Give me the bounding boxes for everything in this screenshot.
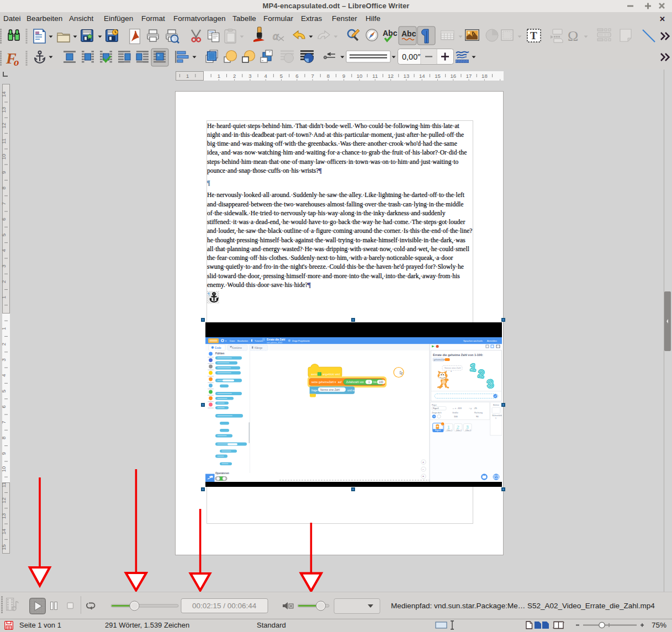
svg-text:▾: ▾	[451, 370, 452, 373]
svg-text:16: 16	[451, 73, 457, 79]
svg-text:Fühlen: Fühlen	[215, 352, 224, 355]
svg-text:7: 7	[311, 73, 314, 79]
svg-text:auf: auf	[338, 381, 342, 384]
svg-text:1: 1	[1, 296, 7, 299]
svg-text:Figur1: Figur1	[435, 429, 441, 432]
svg-text:α: α	[273, 30, 279, 42]
svg-text:1: 1	[495, 417, 496, 419]
svg-text:5: 5	[1, 390, 7, 392]
svg-text:00:02:15 / 00:06:44: 00:02:15 / 00:06:44	[192, 602, 257, 610]
svg-text:Bearbeiten: Bearbeiten	[237, 339, 248, 342]
svg-text:¶: ¶	[208, 291, 210, 297]
svg-text:1: 1	[1, 327, 7, 330]
svg-text:Sprachen wechseln: Sprachen wechseln	[463, 339, 483, 342]
svg-text:Datei: Datei	[230, 339, 235, 342]
svg-text:14: 14	[1, 529, 7, 535]
svg-text:13: 13	[404, 73, 410, 79]
svg-text:3: 3	[1, 264, 7, 267]
svg-text:100: 100	[454, 415, 458, 418]
svg-text:90: 90	[476, 415, 479, 418]
svg-text:0,00″: 0,00″	[402, 52, 420, 61]
svg-text:Operatoren: Operatoren	[215, 472, 229, 475]
svg-text:-25: -25	[474, 407, 478, 410]
svg-text:Figur1: Figur1	[433, 407, 439, 410]
svg-text:Errate die Zahl: Errate die Zahl	[267, 338, 285, 341]
svg-text:und warte: und warte	[347, 389, 359, 392]
svg-text:4: 4	[1, 374, 7, 377]
svg-text:−: −	[422, 468, 424, 471]
svg-text:Zeige Projektseite: Zeige Projektseite	[292, 339, 310, 342]
svg-text:-113: -113	[457, 407, 462, 410]
svg-text:18: 18	[481, 73, 488, 79]
svg-text:Bühne: Bühne	[493, 404, 499, 406]
svg-text:11: 11	[372, 73, 378, 79]
svg-text:15: 15	[1, 544, 7, 550]
svg-text:8: 8	[1, 187, 7, 189]
svg-text:Ziffer-1: Ziffer-1	[447, 429, 452, 432]
svg-text:5: 5	[1, 233, 7, 236]
svg-text:6: 6	[295, 73, 298, 79]
svg-text:10: 10	[1, 466, 7, 472]
svg-text:o: o	[14, 56, 19, 68]
svg-text:Richtung: Richtung	[474, 412, 483, 414]
svg-text:15: 15	[435, 73, 441, 79]
svg-text:Nenne eine Zahl: Nenne eine Zahl	[445, 367, 461, 369]
svg-text:1: 1	[186, 73, 189, 79]
svg-text:6: 6	[1, 405, 7, 408]
svg-text:12: 12	[388, 73, 394, 79]
svg-text:4: 4	[264, 73, 267, 79]
svg-text:Kostüme: Kostüme	[232, 347, 242, 349]
svg-text:2: 2	[1, 280, 7, 283]
svg-text:17: 17	[466, 73, 472, 79]
svg-text:Errate die geheime Zahl von 1-: Errate die geheime Zahl von 1-100:	[433, 353, 483, 357]
svg-text:Figur: Figur	[432, 404, 437, 406]
svg-text:i: i	[442, 423, 442, 426]
svg-text:14: 14	[1, 92, 7, 98]
svg-text:11: 11	[1, 139, 7, 144]
svg-text:Ziffer-2: Ziffer-2	[456, 429, 462, 432]
svg-text:Ω: Ω	[568, 28, 578, 44]
svg-text:1: 1	[368, 381, 370, 384]
svg-text:10: 10	[357, 73, 363, 79]
svg-text:1: 1	[218, 73, 220, 79]
svg-text:9: 9	[1, 171, 7, 174]
svg-text:3: 3	[1, 358, 7, 361]
svg-text:👁: 👁	[433, 416, 435, 418]
svg-text:8: 8	[1, 437, 7, 439]
svg-text:2: 2	[233, 73, 236, 79]
svg-text:100: 100	[379, 381, 383, 384]
svg-text:5: 5	[280, 73, 283, 79]
svg-text:Größe: Größe	[452, 412, 458, 414]
svg-text:13: 13	[1, 107, 7, 113]
svg-text:Standard: Standard	[257, 621, 286, 629]
svg-text:10: 10	[1, 154, 7, 160]
svg-text:9: 9	[342, 73, 345, 79]
svg-text:Anmelden: Anmelden	[487, 339, 497, 342]
svg-text:Code: Code	[215, 347, 221, 349]
svg-text:Nenne eine Zahl: Nenne eine Zahl	[320, 389, 340, 391]
svg-text:75%: 75%	[652, 621, 666, 629]
svg-text:Bühnenbilder: Bühnenbilder	[493, 415, 502, 417]
svg-text:T: T	[530, 30, 537, 41]
svg-text:12: 12	[1, 497, 7, 503]
svg-text:6: 6	[1, 218, 7, 221]
svg-text:wenn: wenn	[311, 373, 318, 376]
svg-text:291 Wörter, 1.539 Zeichen: 291 Wörter, 1.539 Zeichen	[105, 621, 189, 629]
svg-text:↕ y: ↕ y	[469, 407, 472, 410]
svg-text:2: 2	[1, 343, 7, 346]
svg-text:Seite 1 von 1: Seite 1 von 1	[19, 621, 61, 629]
svg-text:▾: ▾	[225, 339, 226, 342]
svg-text:14: 14	[419, 73, 425, 79]
svg-text:3: 3	[248, 73, 251, 79]
svg-text:1: 1	[470, 362, 476, 373]
svg-text:Ziffer-3: Ziffer-3	[465, 429, 471, 432]
svg-text:7: 7	[1, 421, 7, 423]
svg-text:Tutorials: Tutorials	[255, 339, 263, 342]
svg-text:frage: frage	[311, 389, 318, 392]
svg-text:setze: setze	[311, 381, 318, 384]
svg-text:12: 12	[1, 123, 7, 129]
svg-text:geheimeZahl: geheimeZahl	[434, 359, 446, 361]
svg-text:11: 11	[1, 482, 7, 487]
svg-text:von yakova_4542: von yakova_4542	[267, 342, 282, 344]
svg-text:3: 3	[487, 378, 494, 390]
